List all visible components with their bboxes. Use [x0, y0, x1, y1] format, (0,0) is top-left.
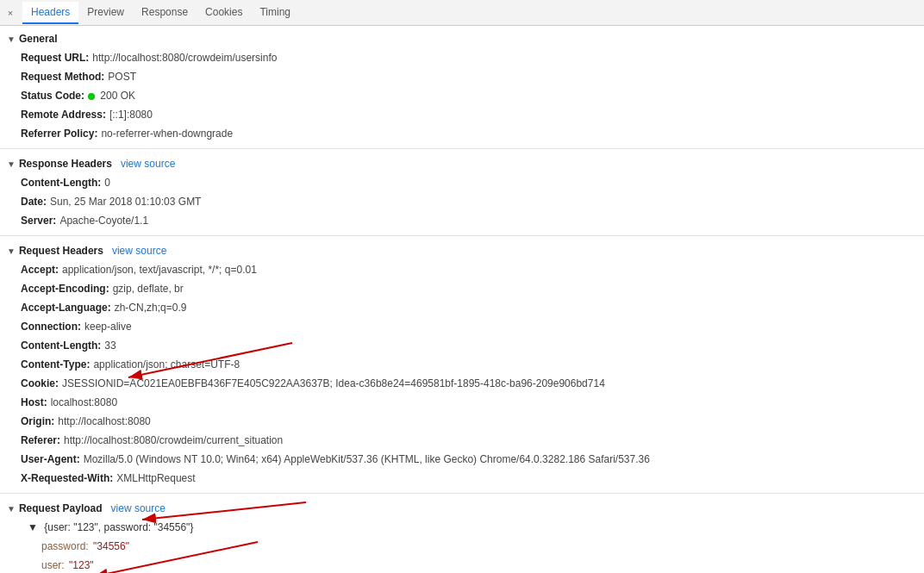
main-content: ▼ General Request URL: http://localhost:…: [0, 26, 924, 573]
field-value-content-length-res: 0: [104, 175, 110, 190]
field-connection: Connection: keep-alive: [21, 317, 924, 336]
status-green-dot: [88, 93, 95, 100]
payload-prop-user: user: "123": [21, 556, 924, 573]
prop-value-password: "34556": [93, 540, 129, 552]
request-payload-body: ▼ {user: "123", password: "34556"} passw…: [0, 518, 924, 573]
general-title: General: [19, 33, 58, 45]
general-body: Request URL: http://localhost:8080/crowd…: [0, 48, 924, 143]
tab-headers[interactable]: Headers: [22, 2, 78, 24]
field-value-status-code: 200 OK: [88, 88, 135, 103]
response-headers-section: ▼ Response Headers view source Content-L…: [0, 151, 924, 234]
field-name-referer: Referer:: [21, 433, 60, 448]
field-name-remote-address: Remote Address:: [21, 107, 106, 122]
field-value-request-method: POST: [108, 69, 136, 84]
prop-value-user: "123": [69, 559, 94, 571]
tab-bar: × Headers Preview Response Cookies Timin…: [0, 0, 924, 26]
collapse-triangle-payload: ▼: [7, 504, 16, 514]
tab-cookies[interactable]: Cookies: [197, 2, 251, 24]
divider-1: [0, 148, 924, 149]
response-headers-header[interactable]: ▼ Response Headers view source: [0, 154, 924, 173]
collapse-triangle: ▼: [7, 34, 16, 44]
field-name-origin: Origin:: [21, 414, 54, 429]
field-value-connection: keep-alive: [84, 319, 132, 334]
tab-timing[interactable]: Timing: [251, 2, 299, 24]
field-name-request-url: Request URL:: [21, 50, 89, 65]
field-name-content-length-res: Content-Length:: [21, 175, 101, 190]
request-headers-body: Accept: application/json, text/javascrip…: [0, 260, 924, 488]
field-content-length-req: Content-Length: 33: [21, 336, 924, 355]
field-user-agent: User-Agent: Mozilla/5.0 (Windows NT 10.0…: [21, 450, 924, 469]
field-value-content-type: application/json; charset=UTF-8: [93, 357, 240, 372]
tab-preview[interactable]: Preview: [78, 2, 133, 24]
field-name-date: Date:: [21, 194, 47, 209]
request-headers-header[interactable]: ▼ Request Headers view source: [0, 241, 924, 260]
divider-3: [0, 493, 924, 494]
general-section: ▼ General Request URL: http://localhost:…: [0, 26, 924, 146]
request-headers-title: Request Headers: [19, 245, 103, 257]
field-referrer-policy: Referrer Policy: no-referrer-when-downgr…: [21, 124, 924, 143]
tab-response[interactable]: Response: [133, 2, 197, 24]
close-icon[interactable]: ×: [3, 6, 17, 20]
field-content-length-res: Content-Length: 0: [21, 173, 924, 192]
field-name-referrer-policy: Referrer Policy:: [21, 126, 97, 141]
view-source-request[interactable]: view source: [112, 245, 166, 257]
field-accept-encoding: Accept-Encoding: gzip, deflate, br: [21, 279, 924, 298]
prop-name-user: user:: [41, 559, 65, 571]
view-source-payload[interactable]: view source: [111, 502, 165, 514]
payload-object-row: ▼ {user: "123", password: "34556"}: [21, 518, 924, 537]
payload-prop-password: password: "34556": [21, 537, 924, 556]
field-value-accept-language: zh-CN,zh;q=0.9: [115, 300, 187, 315]
response-headers-body: Content-Length: 0 Date: Sun, 25 Mar 2018…: [0, 173, 924, 230]
field-accept-language: Accept-Language: zh-CN,zh;q=0.9: [21, 298, 924, 317]
field-origin: Origin: http://localhost:8080: [21, 412, 924, 431]
field-value-content-length-req: 33: [104, 338, 116, 353]
field-value-remote-address: [::1]:8080: [109, 107, 153, 122]
field-status-code: Status Code: 200 OK: [21, 86, 924, 105]
field-value-referrer-policy: no-referrer-when-downgrade: [101, 126, 233, 141]
field-accept: Accept: application/json, text/javascrip…: [21, 260, 924, 279]
field-request-method: Request Method: POST: [21, 67, 924, 86]
request-payload-section: ▼ Request Payload view source ▼ {user: "…: [0, 495, 924, 573]
field-name-cookie: Cookie:: [21, 376, 59, 391]
field-name-server: Server:: [21, 213, 56, 228]
field-value-accept-encoding: gzip, deflate, br: [113, 281, 184, 296]
response-headers-title: Response Headers: [19, 158, 112, 170]
general-header[interactable]: ▼ General: [0, 29, 924, 48]
request-payload-title: Request Payload: [19, 502, 103, 514]
svg-line-3: [142, 502, 306, 520]
field-name-accept: Accept:: [21, 262, 59, 277]
collapse-triangle-payload-obj: ▼: [28, 521, 38, 533]
field-name-request-method: Request Method:: [21, 69, 104, 84]
field-name-accept-language: Accept-Language:: [21, 300, 111, 315]
field-value-origin: http://localhost:8080: [58, 414, 150, 429]
field-value-cookie: JSESSIONID=AC021EA0EBFB436F7E405C922AA36…: [62, 376, 605, 391]
view-source-response[interactable]: view source: [121, 158, 175, 170]
request-payload-header[interactable]: ▼ Request Payload view source: [0, 499, 924, 518]
field-value-x-requested-with: XMLHttpRequest: [116, 470, 195, 486]
field-value-server: Apache-Coyote/1.1: [59, 213, 148, 228]
prop-name-password: password:: [41, 540, 89, 552]
field-name-content-type: Content-Type:: [21, 357, 90, 372]
divider-2: [0, 235, 924, 236]
field-name-user-agent: User-Agent:: [21, 452, 80, 467]
field-remote-address: Remote Address: [::1]:8080: [21, 105, 924, 124]
field-host: Host: localhost:8080: [21, 393, 924, 412]
request-headers-section: ▼ Request Headers view source Accept: ap…: [0, 238, 924, 491]
field-value-accept: application/json, text/javascript, */*; …: [62, 262, 257, 277]
field-name-status-code: Status Code:: [21, 88, 84, 103]
field-value-host: localhost:8080: [51, 395, 117, 410]
field-cookie: Cookie: JSESSIONID=AC021EA0EBFB436F7E405…: [21, 374, 924, 393]
field-name-accept-encoding: Accept-Encoding:: [21, 281, 109, 296]
field-name-x-requested-with: X-Requested-With:: [21, 470, 113, 486]
field-name-connection: Connection:: [21, 319, 81, 334]
field-name-host: Host:: [21, 395, 47, 410]
field-content-type: Content-Type: application/json; charset=…: [21, 355, 924, 374]
payload-object-value: {user: "123", password: "34556"}: [44, 521, 193, 533]
field-value-referer: http://localhost:8080/crowdeim/current_s…: [64, 433, 283, 448]
collapse-triangle-response: ▼: [7, 159, 16, 169]
field-value-date: Sun, 25 Mar 2018 01:10:03 GMT: [50, 194, 201, 209]
status-code-text: 200 OK: [100, 90, 135, 102]
field-request-url: Request URL: http://localhost:8080/crowd…: [21, 48, 924, 67]
field-name-content-length-req: Content-Length:: [21, 338, 101, 353]
collapse-triangle-req: ▼: [7, 246, 16, 256]
